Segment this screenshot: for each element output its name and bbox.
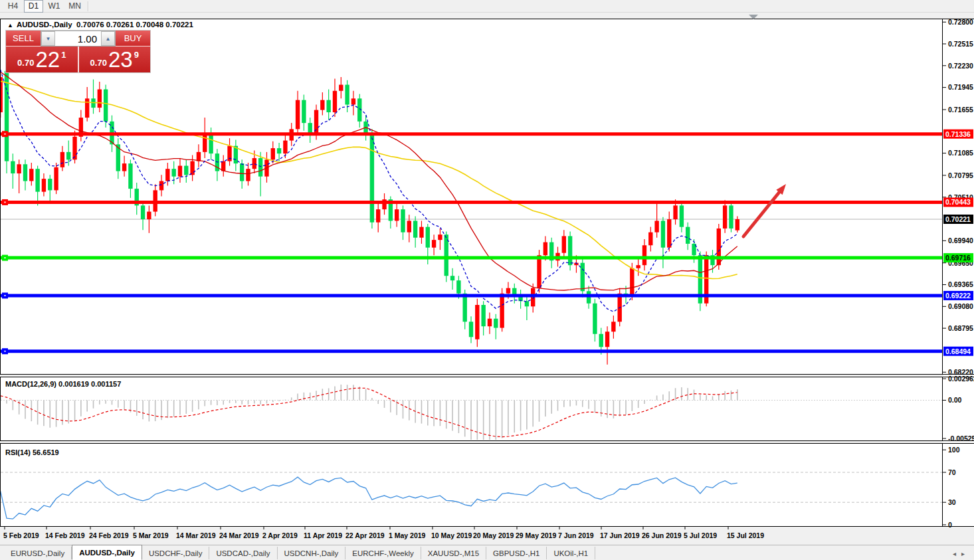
chart-title: ▲AUDUSD-,Daily 0.70076 0.70261 0.70048 0… [7, 21, 193, 29]
axis-tick-label: 0.72800 [948, 18, 973, 26]
chart-tab-usdcad-daily[interactable]: USDCAD-,Daily [209, 547, 277, 559]
axis-tick-label: 0.72230 [948, 62, 973, 70]
chart-tab-bar: EURUSD-,DailyAUDUSD-,DailyUSDCHF-,DailyU… [0, 545, 974, 560]
buy-price-point: 9 [134, 50, 139, 60]
tab-scroll-right-icon[interactable]: ▸ [961, 550, 970, 557]
date-axis-label: 24 Mar 2019 [219, 531, 259, 539]
date-axis-label: 5 Feb 2019 [3, 531, 39, 539]
date-axis-label: 14 Feb 2019 [45, 531, 85, 539]
trade-panel-top-row: SELL ▼ ▲ BUY [6, 31, 150, 47]
axis-tick-label: 0.70795 [948, 171, 973, 179]
buy-price-base: 0.70 [90, 58, 107, 68]
axis-tick-label: 0.71945 [948, 83, 973, 91]
date-axis-label: 22 Apr 2019 [345, 531, 385, 539]
chart-tab-usdchf-daily[interactable]: USDCHF-,Daily [142, 547, 210, 559]
volume-input[interactable] [55, 31, 101, 46]
chart-tab-gbpusd-h1[interactable]: GBPUSD-,H1 [486, 547, 547, 559]
axis-tick-label: 0.00 [948, 396, 962, 404]
sell-button[interactable]: SELL [6, 31, 41, 47]
date-axis-label: 10 May 2019 [431, 531, 472, 539]
date-axis-label: 5 Jul 2019 [684, 531, 717, 539]
date-axis-label: 17 Jun 2019 [600, 531, 640, 539]
chart-ohlc-values: 0.70076 0.70261 0.70048 0.70221 [76, 21, 193, 29]
price-tag: 0.70443 [945, 198, 971, 206]
axis-tick-label: 0.69940 [948, 236, 973, 244]
trade-panel-price-row: 0.70 22 1 0.70 23 9 [6, 47, 150, 72]
buy-button[interactable]: BUY [116, 31, 150, 47]
axis-tick-label: 0.68795 [948, 324, 973, 332]
axis-tick-label: 0.69080 [948, 302, 973, 310]
sell-price-base: 0.70 [17, 58, 34, 68]
chart-symbol-period: AUDUSD-,Daily [17, 21, 72, 29]
date-axis-label: 5 Mar 2019 [133, 531, 169, 539]
chart-tab-xauusd-m15[interactable]: XAUUSD-,M15 [421, 547, 486, 559]
chart-tab-audusd-daily[interactable]: AUDUSD-,Daily [72, 545, 142, 560]
volume-spinner: ▼ ▲ [41, 31, 116, 47]
buy-price-display[interactable]: 0.70 23 9 [78, 47, 151, 72]
price-tag: 0.69222 [945, 292, 971, 300]
chart-tab-eurusd-daily[interactable]: EURUSD-,Daily [4, 547, 72, 559]
rsi-label: RSI(14) 56.6519 [5, 448, 59, 456]
tab-scroll-left-icon[interactable]: ◂ [953, 550, 961, 557]
date-axis: 5 Feb 201914 Feb 201924 Feb 20195 Mar 20… [0, 528, 974, 545]
chart-shift-marker-icon [749, 15, 758, 19]
axis-tick-label: 0 [948, 521, 952, 529]
collapse-panel-icon[interactable]: ▲ [7, 22, 13, 29]
rsi-name: RSI(14) [5, 448, 31, 456]
date-axis-label: 7 Jun 2019 [558, 531, 594, 539]
volume-increase-icon[interactable]: ▲ [101, 31, 115, 46]
axis-tick-label: 100 [948, 446, 960, 454]
price-tag: 0.71336 [945, 130, 971, 138]
axis-tick-label: 0.002962 [948, 375, 974, 383]
macd-values: 0.001619 0.001157 [58, 380, 121, 388]
date-axis-label: 26 Jun 2019 [642, 531, 682, 539]
price-tag: 0.70221 [945, 215, 971, 223]
date-axis-label: 14 Mar 2019 [176, 531, 216, 539]
date-axis-label: 15 Jul 2019 [727, 531, 764, 539]
chart-tab-ukoil-h1[interactable]: UKOil-,H1 [547, 547, 595, 559]
price-chart[interactable]: 0.728000.725150.722300.719450.716550.710… [0, 0, 974, 560]
axis-tick-label: 70 [948, 468, 956, 476]
date-axis-label: 1 May 2019 [389, 531, 425, 539]
axis-tick-label: 30 [948, 498, 956, 506]
axis-tick-label: 0.71655 [948, 106, 973, 114]
price-tag: 0.68494 [945, 347, 971, 355]
date-axis-label: 2 Apr 2019 [262, 531, 298, 539]
axis-tick-label: 0.72515 [948, 40, 973, 48]
sell-price-point: 1 [61, 50, 66, 60]
tab-scroll-arrows[interactable]: ◂▸ [953, 550, 970, 557]
one-click-trading-panel: SELL ▼ ▲ BUY 0.70 22 1 0.70 23 9 [5, 30, 151, 73]
date-axis-label: 29 May 2019 [516, 531, 556, 539]
chart-tab-usdcnh-daily[interactable]: USDCNH-,Daily [278, 547, 346, 559]
date-axis-label: 20 May 2019 [473, 531, 514, 539]
sell-price-display[interactable]: 0.70 22 1 [6, 47, 78, 72]
macd-name: MACD(12,26,9) [5, 380, 56, 388]
buy-price-pips: 23 [108, 48, 133, 70]
date-axis-label: 24 Feb 2019 [89, 531, 129, 539]
axis-tick-label: 0.71085 [948, 149, 973, 157]
price-tag: 0.69716 [945, 254, 971, 262]
volume-decrease-icon[interactable]: ▼ [41, 31, 55, 46]
axis-tick-label: 0.69365 [948, 280, 973, 288]
chart-tab-eurchf-weekly[interactable]: EURCHF-,Weekly [345, 547, 421, 559]
axis-tick-label: -0.005255 [948, 434, 974, 442]
macd-label: MACD(12,26,9) 0.001619 0.001157 [5, 380, 121, 388]
date-axis-label: 11 Apr 2019 [304, 531, 342, 539]
mt4-terminal: { "toolbar": { "timeframes": [ {"label":… [0, 0, 974, 560]
rsi-value: 56.6519 [33, 448, 59, 456]
sell-price-pips: 22 [35, 48, 60, 70]
